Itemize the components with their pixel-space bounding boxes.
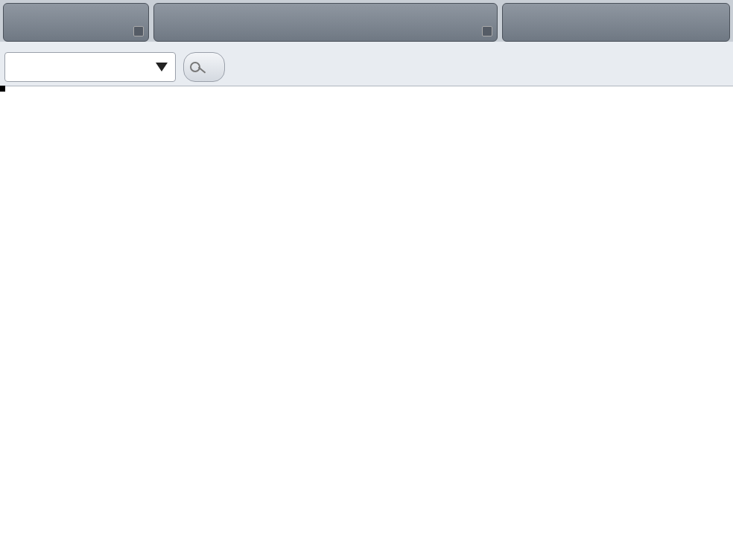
ribbon-group-clipboard[interactable] [3, 3, 149, 42]
formula-bar-row [0, 42, 733, 86]
cancel-formula-button[interactable] [183, 52, 225, 82]
dialog-launcher-icon[interactable] [133, 26, 144, 36]
fill-handle[interactable] [0, 86, 5, 92]
active-cell-outline [0, 86, 4, 91]
chevron-down-icon[interactable] [156, 63, 168, 71]
ribbon-group-row [0, 0, 733, 42]
ribbon-group-font[interactable] [153, 3, 498, 42]
ribbon-group-alignment[interactable] [502, 3, 730, 42]
formula-bar-input[interactable] [261, 52, 729, 82]
dialog-launcher-icon[interactable] [482, 26, 492, 36]
annotation-arrow-icon [0, 86, 733, 560]
name-box[interactable] [4, 52, 176, 82]
